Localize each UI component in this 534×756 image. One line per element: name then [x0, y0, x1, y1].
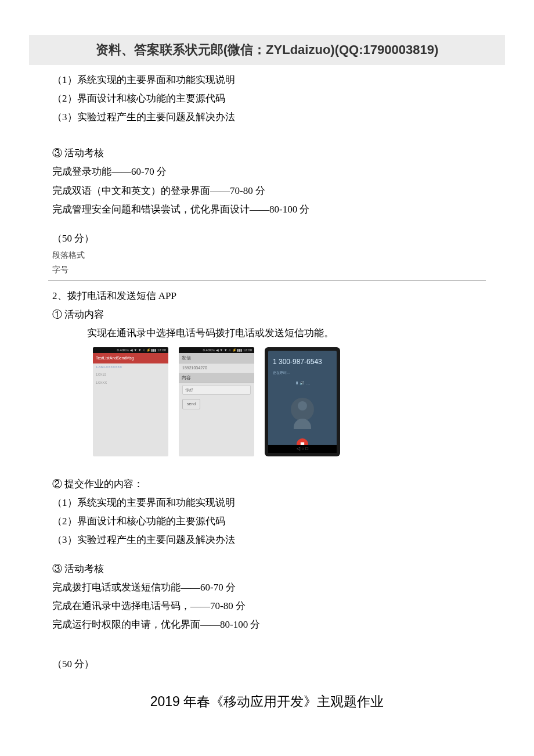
phone3-icon-row: ⏸ 🔊 … — [268, 376, 337, 390]
p2-score1: 完成拨打电话或发送短信功能——60-70 分 — [52, 578, 482, 597]
phone2-label-content: 内容 — [179, 373, 254, 383]
p2-score2: 完成在通讯录中选择电话号码，——70-80 分 — [52, 597, 482, 615]
avatar-icon — [291, 398, 314, 421]
bottom-title: 2019 年春《移动应用开发》主观题作业 — [52, 691, 482, 713]
p1-sub1: （1）系统实现的主要界面和功能实现说明 — [52, 71, 482, 89]
phone2-send-button: send — [182, 399, 200, 409]
phone1-entry3: 1XXXX — [93, 379, 168, 387]
phone1-entry1: 1-560-XXXXXXX — [93, 363, 168, 372]
p2-activity1-desc: 实现在通讯录中选择电话号码拨打电话或发送短信功能。 — [52, 324, 482, 343]
p2-title: 2、拨打电话和发送短信 APP — [52, 287, 482, 305]
p1-sub2: （2）界面设计和核心功能的主要源代码 — [52, 89, 482, 108]
phone2-value-content: 你好 — [182, 385, 251, 395]
p2-points: （50 分） — [52, 655, 482, 674]
phone2-value-phone: 15921034270 — [179, 363, 254, 373]
p1-activity-heading: ③ 活动考核 — [52, 144, 482, 163]
p2-score3: 完成运行时权限的申请，优化界面——80-100 分 — [52, 615, 482, 634]
p2-sub3: （3）实验过程产生的主要问题及解决办法 — [52, 531, 482, 549]
p1-sub3: （3）实验过程产生的主要问题及解决办法 — [52, 108, 482, 127]
header-banner: 资料、答案联系状元郎(微信：ZYLdaizuo)(QQ:1790003819) — [29, 35, 505, 65]
p2-activity1-heading: ① 活动内容 — [52, 305, 482, 324]
phone-screenshot-sms: 0.40K/s ◀ ▼ ▼ ♫ ⚡ ▮▮▮ 12:00 发信 159210342… — [179, 347, 254, 456]
p2-activity3-heading: ③ 活动考核 — [52, 560, 482, 578]
p1-score3: 完成管理安全问题和错误尝试，优化界面设计——80-100 分 — [52, 200, 482, 219]
phone1-app-title: TestListAndSendMsg — [93, 353, 168, 363]
p2-sub2: （2）界面设计和核心功能的主要源代码 — [52, 512, 482, 531]
p1-score1: 完成登录功能——60-70 分 — [52, 163, 482, 181]
screenshots-row: 0.43K/s ◀ ▼ ▼ ♫ ⚡ ▮▮▮ 12:00 TestListAndS… — [52, 343, 482, 466]
divider — [48, 280, 486, 281]
meta-paragraph-format: 段落格式 — [52, 248, 482, 262]
phone3-status: 正在呼叫… — [268, 370, 337, 376]
phone-screenshot-contacts: 0.43K/s ◀ ▼ ▼ ♫ ⚡ ▮▮▮ 12:00 TestListAndS… — [93, 347, 168, 456]
p2-activity2-heading: ② 提交作业的内容： — [52, 475, 482, 494]
phone-screenshot-dialer: 1 300-987-6543 正在呼叫… ⏸ 🔊 … ⏹ ◁ ○ □ — [265, 347, 340, 456]
meta-font-size: 字号 — [52, 262, 482, 277]
phone2-label-phone: 发信 — [179, 353, 254, 363]
phone2-statusbar: 0.40K/s ◀ ▼ ▼ ♫ ⚡ ▮▮▮ 12:00 — [179, 347, 254, 353]
p1-points: （50 分） — [52, 229, 482, 248]
phone1-statusbar: 0.43K/s ◀ ▼ ▼ ♫ ⚡ ▮▮▮ 12:00 — [93, 347, 168, 353]
phone1-entry2: 1XX15 — [93, 371, 168, 379]
p2-sub1: （1）系统实现的主要界面和功能实现说明 — [52, 494, 482, 512]
phone3-nav: ◁ ○ □ — [268, 445, 337, 453]
p1-score2: 完成双语（中文和英文）的登录界面——70-80 分 — [52, 182, 482, 200]
phone3-number: 1 300-987-6543 — [268, 354, 337, 370]
